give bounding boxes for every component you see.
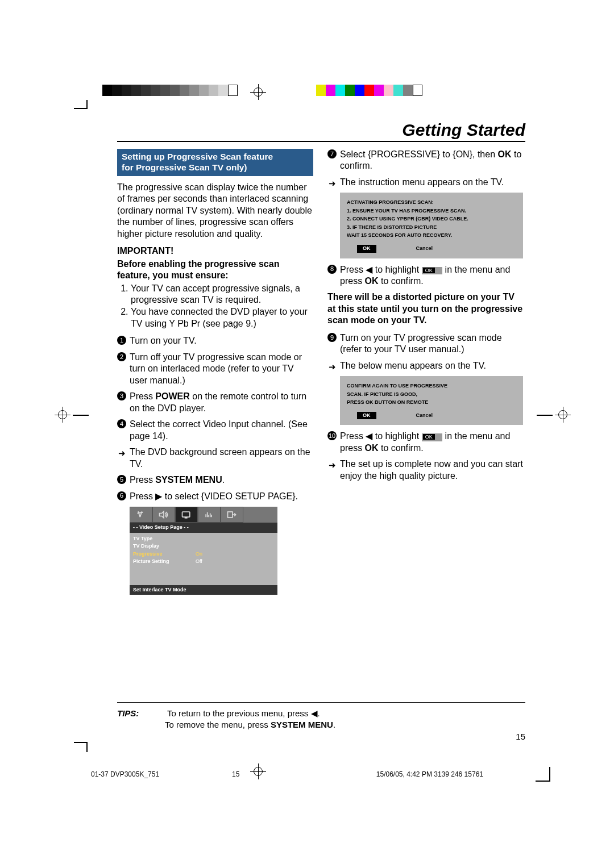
step-8: 8Press ◀ to highlight OK in the menu and…	[327, 264, 524, 287]
step-text: Select {PROGRESSIVE} to {ON}, then	[340, 149, 497, 159]
tips-text-bold: SYSTEM MENU	[271, 720, 333, 729]
dialog-line: 3. IF THERE IS DISTORTED PICTURE	[347, 224, 517, 231]
osd-footer: Set Interlace TV Mode	[130, 585, 277, 595]
arrow-icon: ➜	[329, 460, 336, 470]
left-triangle-icon: ◀	[366, 265, 372, 274]
osd-body: TV Type TV Display ProgressiveOn Picture…	[130, 533, 277, 585]
step-text: Select the correct Video Input channel. …	[130, 419, 308, 440]
video-tab-icon	[175, 507, 198, 523]
arrow-icon: ➜	[329, 361, 336, 372]
list-item: You have connected the DVD player to you…	[131, 306, 313, 329]
crop-mark	[86, 100, 88, 109]
tips-label: TIPS:	[117, 708, 165, 719]
tools-tab-icon	[130, 507, 152, 523]
tips-rule	[117, 702, 525, 703]
step-badge-icon: 4	[117, 419, 126, 428]
grayscale-color-bar	[102, 85, 238, 96]
step-text-bold: SYSTEM MENU	[155, 475, 222, 485]
registration-mark-icon	[555, 407, 571, 423]
osd-screenshot: - - Video Setup Page - - TV Type TV Disp…	[130, 507, 277, 595]
footer-date-code: 15/06/05, 4:42 PM 3139 246 15761	[376, 770, 483, 778]
exit-tab-icon	[221, 507, 243, 523]
registration-mark-icon	[55, 407, 70, 423]
step-10: 10Press ◀ to highlight OK in the menu an…	[327, 431, 524, 454]
dialog-line: ACTIVATING PROGRESSIVE SCAN:	[347, 199, 517, 206]
dialog-ok-button: OK	[357, 245, 376, 253]
step-text: to highlight	[372, 431, 421, 441]
step-badge-icon: 5	[117, 475, 126, 484]
dialog-line: WAIT 15 SECONDS FOR AUTO RECOVERY.	[347, 232, 517, 239]
registration-mark-icon	[250, 84, 266, 100]
dialog-line: 1. ENSURE YOUR TV HAS PROGRESSIVE SCAN.	[347, 208, 517, 215]
before-line: Before enabling the progressive scan fea…	[117, 258, 313, 282]
step-2: 2Turn off your TV progressive scan mode …	[117, 352, 313, 386]
page-number: 15	[516, 732, 525, 741]
ok-pill-icon: OK	[422, 433, 443, 441]
section-heading: Setting up Progressive Scan feature for …	[117, 149, 313, 176]
distorted-warning: There will be a distorted picture on you…	[327, 291, 524, 326]
osd-dialog-1: ACTIVATING PROGRESSIVE SCAN: 1. ENSURE Y…	[340, 193, 523, 258]
left-triangle-icon: ◀	[366, 431, 372, 441]
step-text: to select {VIDEO SETUP PAGE}.	[162, 491, 298, 501]
osd-header: - - Video Setup Page - -	[130, 523, 277, 533]
step-text: Press	[340, 431, 366, 441]
result-text: The below menu appears on the TV.	[340, 361, 486, 370]
tips-text: To return to the previous menu, press	[167, 708, 311, 718]
step-text: to confirm.	[379, 443, 424, 453]
left-column: Setting up Progressive Scan feature for …	[117, 149, 313, 595]
prerequisite-list: Your TV can accept progressive signals, …	[117, 283, 313, 330]
step-badge-icon: 2	[117, 352, 126, 361]
intro-paragraph: The progressive scan display twice the n…	[117, 182, 313, 240]
crop-mark	[536, 767, 550, 782]
important-label: IMPORTANT!	[117, 245, 313, 257]
step-6: 6Press ▶ to select {VIDEO SETUP PAGE}.	[117, 491, 313, 502]
dialog-cancel-button: Cancel	[410, 412, 439, 420]
step-7: 7Select {PROGRESSIVE} to {ON}, then OK t…	[327, 149, 524, 172]
step-text-bold: POWER	[155, 391, 189, 401]
step-badge-icon: 8	[327, 265, 337, 274]
section-line: Setting up Progressive Scan feature	[122, 152, 273, 161]
step-badge-icon: 3	[117, 391, 126, 400]
step-text: Turn off your TV progressive scan mode o…	[130, 352, 302, 385]
svg-rect-1	[228, 512, 233, 518]
result-line: ➜The below menu appears on the TV.	[327, 360, 524, 372]
ok-pill-icon: OK	[422, 267, 443, 275]
dialog-cancel-button: Cancel	[410, 245, 439, 253]
arrow-icon: ➜	[118, 448, 126, 458]
step-1: 1Turn on your TV.	[117, 335, 313, 347]
svg-rect-0	[182, 512, 190, 517]
step-badge-icon: 10	[327, 431, 337, 440]
osd-key: Progressive	[133, 551, 196, 558]
step-text: .	[222, 475, 225, 485]
arrow-icon: ➜	[329, 178, 336, 189]
osd-key: TV Display	[133, 543, 196, 550]
result-text: The set up is complete now and you can s…	[340, 459, 523, 480]
result-line: ➜The set up is complete now and you can …	[327, 458, 524, 482]
tips-text: To remove the menu, press	[165, 720, 271, 729]
dialog-line: CONFIRM AGAIN TO USE PROGRESSIVE	[347, 383, 517, 390]
crop-mark	[74, 742, 88, 743]
osd-key: TV Type	[133, 536, 196, 542]
left-triangle-icon: ◀	[311, 708, 318, 718]
step-3: 3Press POWER on the remote control to tu…	[117, 391, 313, 414]
osd-dialog-2: CONFIRM AGAIN TO USE PROGRESSIVE SCAN. I…	[340, 376, 523, 425]
tips-block: TIPS: To return to the previous menu, pr…	[117, 708, 335, 731]
tips-text: .	[333, 720, 335, 729]
registration-mark-icon	[250, 763, 266, 779]
dialog-line: PRESS OK BUTTON ON REMOTE	[347, 399, 517, 406]
crop-mark	[537, 415, 553, 416]
osd-value: Off	[196, 558, 202, 565]
step-badge-icon: 9	[327, 333, 337, 342]
footer-filename: 01-37 DVP3005K_751	[91, 770, 159, 778]
step-text: to highlight	[372, 265, 421, 274]
step-text-bold: OK	[497, 149, 511, 159]
step-9: 9Turn on your TV progressive scan mode (…	[327, 332, 524, 356]
dialog-ok-button: OK	[357, 412, 376, 420]
step-text: Press	[340, 265, 366, 274]
result-line: ➜The instruction menu appears on the TV.	[327, 177, 524, 188]
osd-value: On	[196, 551, 202, 558]
result-line: ➜The DVD background screen appears on th…	[117, 446, 313, 470]
step-text: Press	[130, 491, 155, 501]
crop-mark	[74, 108, 88, 109]
step-4: 4Select the correct Video Input channel.…	[117, 419, 313, 442]
